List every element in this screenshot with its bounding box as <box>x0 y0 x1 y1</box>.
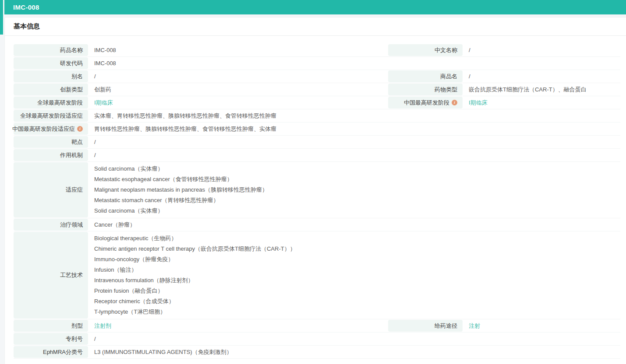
field-link[interactable]: Ⅰ期临床 <box>469 99 488 107</box>
field-value-line: Infusion（输注） <box>94 265 137 275</box>
field-label-text: 药品名称 <box>60 46 83 54</box>
field-label: 治疗领域 <box>14 219 88 231</box>
field-value-text: / <box>469 73 470 80</box>
field-value-text: / <box>94 73 96 80</box>
label-spacer <box>382 83 388 96</box>
field-value-text: 实体瘤、胃转移性恶性肿瘤、胰腺转移性恶性肿瘤、食管转移性恶性肿瘤 <box>94 112 276 120</box>
field-value: / <box>463 70 620 83</box>
field-label-text: 适应症 <box>66 186 83 194</box>
field-value-text: 胃转移性恶性肿瘤、胰腺转移性恶性肿瘤、食管转移性恶性肿瘤、实体瘤 <box>94 125 276 133</box>
field-label-text: 研发代码 <box>60 60 83 67</box>
field-label: 中国最高研发阶段适应症i <box>14 123 88 135</box>
field-value-line: Malignant neoplasm metastasis in pancrea… <box>94 185 268 195</box>
field-label: 商品名 <box>388 70 463 82</box>
field-label: 全球最高研发阶段适应症 <box>14 110 88 122</box>
field-value: IMC-008 <box>88 57 620 70</box>
field-label: 创新类型 <box>14 84 88 95</box>
field-label: 中国最高研发阶段i <box>388 97 463 108</box>
field-value: 创新药 <box>88 83 382 96</box>
field-value-line: Intravenous formulation（静脉注射剂） <box>94 275 194 286</box>
field-value-text: IMC-008 <box>94 60 116 66</box>
field-value-line: Immuno-oncology（肿瘤免疫） <box>94 254 173 265</box>
field-label: 研发代码 <box>14 57 88 69</box>
field-value: 注射 <box>463 319 620 332</box>
field-value: / <box>88 70 382 83</box>
label-spacer <box>382 96 388 109</box>
field-value: / <box>88 149 620 161</box>
field-value-line: Solid carcinoma（实体瘤） <box>94 206 163 216</box>
table-row: 工艺技术Biological therapeutic（生物药）Chimeric … <box>14 231 620 319</box>
field-value-text: L3 (IMMUNOSTIMULATING AGENTS)（免疫刺激剂） <box>94 348 232 356</box>
field-label: 专利号 <box>14 333 88 345</box>
basic-info-table: 药品名称IMC-008中文名称/研发代码IMC-008别名/商品名/创新类型创新… <box>14 44 620 359</box>
field-label-text: 工艺技术 <box>60 271 83 279</box>
field-label: 给药途径 <box>388 320 463 332</box>
field-value: Ⅰ期临床 <box>463 96 620 109</box>
field-label-text: 别名 <box>71 73 83 80</box>
field-label-text: 药物类型 <box>435 86 457 94</box>
field-label: 药品名称 <box>14 44 88 56</box>
field-label: 药物类型 <box>388 84 463 95</box>
field-value-text: / <box>469 47 470 53</box>
field-value: / <box>88 136 620 148</box>
field-value-line: Protein fusion（融合蛋白） <box>94 286 163 296</box>
field-label-text: 作用机制 <box>60 151 83 159</box>
info-icon[interactable]: i <box>452 100 457 105</box>
field-value: L3 (IMMUNOSTIMULATING AGENTS)（免疫刺激剂） <box>88 346 620 358</box>
field-label: 中文名称 <box>388 44 463 56</box>
table-row: 治疗领域Cancer（肿瘤） <box>14 218 620 231</box>
field-value-line: T-lymphocyte（T淋巴细胞） <box>94 307 166 317</box>
field-value-text: / <box>94 139 96 145</box>
field-label-text: 中文名称 <box>435 46 457 54</box>
field-link[interactable]: 注射 <box>469 322 480 330</box>
field-label-text: 全球最高研发阶段适应症 <box>20 112 83 120</box>
field-value-text: 创新药 <box>94 86 111 94</box>
field-value: 实体瘤、胃转移性恶性肿瘤、胰腺转移性恶性肿瘤、食管转移性恶性肿瘤 <box>88 109 620 122</box>
field-value-line: Chimeric antigen receptor T cell therapy… <box>94 244 296 254</box>
section-title-row: 基本信息 <box>5 18 626 36</box>
table-row: 适应症Solid carcinoma（实体瘤）Metastatic esopha… <box>14 162 620 218</box>
field-value: IMC-008 <box>88 44 382 56</box>
field-label: 适应症 <box>14 162 88 217</box>
left-accent-strip <box>0 0 3 35</box>
field-label-text: 中国最高研发阶段适应症 <box>12 125 75 133</box>
field-label-text: 商品名 <box>440 73 457 80</box>
field-label-text: 专利号 <box>66 335 83 343</box>
field-value-line: Biological therapeutic（生物药） <box>94 233 177 244</box>
table-row: 全球最高研发阶段Ⅰ期临床中国最高研发阶段iⅠ期临床 <box>14 96 620 109</box>
table-row: 作用机制/ <box>14 149 620 162</box>
table-row: 全球最高研发阶段适应症实体瘤、胃转移性恶性肿瘤、胰腺转移性恶性肿瘤、食管转移性恶… <box>14 109 620 122</box>
field-value: 胃转移性恶性肿瘤、胰腺转移性恶性肿瘤、食管转移性恶性肿瘤、实体瘤 <box>88 122 620 135</box>
field-value-line: Metastatic stomach cancer（胃转移性恶性肿瘤） <box>94 195 219 206</box>
field-value: Cancer（肿瘤） <box>88 218 620 231</box>
field-value-text: 嵌合抗原受体T细胞疗法（CAR-T）、融合蛋白 <box>469 86 587 94</box>
field-value-text: IMC-008 <box>94 47 116 53</box>
table-row: 别名/商品名/ <box>14 70 620 83</box>
field-value-text: / <box>94 336 96 342</box>
field-value-text: / <box>94 152 96 158</box>
section-title: 基本信息 <box>14 22 40 31</box>
table-row: 研发代码IMC-008 <box>14 57 620 70</box>
table-row: 创新类型创新药药物类型嵌合抗原受体T细胞疗法（CAR-T）、融合蛋白 <box>14 83 620 96</box>
field-link[interactable]: 注射剂 <box>94 322 111 330</box>
field-value: 注射剂 <box>88 319 382 332</box>
info-icon[interactable]: i <box>77 126 83 132</box>
field-label-text: 靶点 <box>71 138 83 146</box>
field-value: 嵌合抗原受体T细胞疗法（CAR-T）、融合蛋白 <box>463 83 620 96</box>
field-link[interactable]: Ⅰ期临床 <box>94 99 113 107</box>
field-value: Ⅰ期临床 <box>88 96 382 109</box>
field-label: 别名 <box>14 70 88 82</box>
field-label-text: 中国最高研发阶段 <box>404 99 449 107</box>
table-row: 药品名称IMC-008中文名称/ <box>14 44 620 57</box>
table-row: 中国最高研发阶段适应症i胃转移性恶性肿瘤、胰腺转移性恶性肿瘤、食管转移性恶性肿瘤… <box>14 122 620 136</box>
field-value-line: Receptor chimeric（合成受体） <box>94 296 174 307</box>
label-spacer <box>382 44 388 56</box>
table-row: 专利号/ <box>14 332 620 346</box>
field-value: Biological therapeutic（生物药）Chimeric anti… <box>88 231 620 319</box>
page-header: IMC-008 <box>4 0 626 14</box>
page-title: IMC-008 <box>13 4 39 11</box>
label-spacer <box>382 70 388 83</box>
field-value: / <box>463 44 620 56</box>
field-value: / <box>88 332 620 345</box>
field-label-text: 全球最高研发阶段 <box>37 99 83 107</box>
